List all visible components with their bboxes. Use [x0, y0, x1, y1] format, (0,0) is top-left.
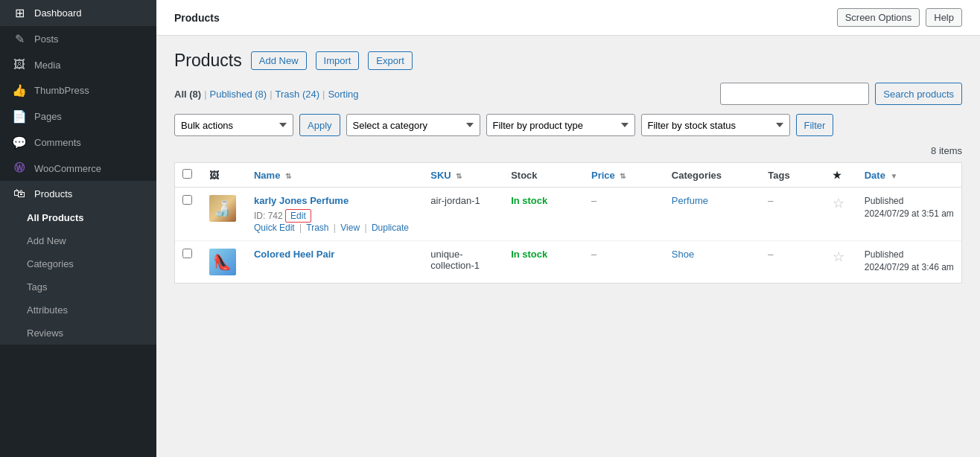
row2-date-value: 2024/07/29 at 3:46 am — [865, 261, 954, 274]
th-sku[interactable]: SKU ⇅ — [423, 163, 503, 188]
status-link-all[interactable]: All (8) — [174, 89, 201, 100]
row2-category: Shoe — [664, 241, 760, 284]
row1-featured: ☆ — [825, 188, 857, 241]
items-count: 8 items — [174, 145, 962, 156]
sidebar-submenu-label: Tags — [27, 281, 47, 293]
admin-header: Products Screen Options Help — [156, 0, 980, 36]
main-content: Products Screen Options Help Products Ad… — [156, 0, 980, 457]
sidebar-item-dashboard[interactable]: ⊞ Dashboard — [0, 0, 156, 26]
category-filter-select[interactable]: Select a category — [346, 114, 480, 136]
row1-price: – — [584, 188, 664, 241]
status-link-published[interactable]: Published (8) — [210, 89, 267, 100]
row2-date-status: Published — [865, 249, 954, 261]
sidebar-item-label: Dashboard — [34, 7, 82, 19]
row1-quick-edit-link[interactable]: Quick Edit — [254, 223, 295, 233]
dashboard-icon: ⊞ — [12, 6, 27, 20]
products-table: 🖼 Name ⇅ SKU ⇅ Stock — [175, 163, 961, 283]
row2-price: – — [584, 241, 664, 284]
row1-star-icon[interactable]: ☆ — [833, 196, 844, 211]
row2-date: Published 2024/07/29 at 3:46 am — [857, 241, 961, 284]
add-new-button[interactable]: Add New — [251, 51, 307, 70]
sidebar-item-attributes[interactable]: Attributes — [0, 298, 156, 322]
status-link-sorting[interactable]: Sorting — [328, 89, 358, 100]
row1-checkbox[interactable] — [182, 195, 192, 205]
row1-trash-link[interactable]: Trash — [306, 223, 328, 233]
th-price[interactable]: Price ⇅ — [584, 163, 664, 188]
sidebar: ⊞ Dashboard ✎ Posts 🖼 Media 👍 ThumbPress… — [0, 0, 156, 457]
table-row: 👠 Colored Heel Pair unique-collection-1 … — [175, 241, 961, 284]
sidebar-item-categories[interactable]: Categories — [0, 252, 156, 275]
comments-icon: 💬 — [12, 135, 27, 150]
row2-stock: In stock — [503, 241, 584, 284]
row2-category-link[interactable]: Shoe — [672, 249, 694, 260]
filter-left: Bulk actions Apply Select a category Fil… — [174, 114, 833, 136]
sidebar-item-all-products[interactable]: All Products — [0, 206, 156, 229]
sidebar-item-label: ThumbPress — [34, 85, 89, 96]
screen-options-button[interactable]: Screen Options — [837, 8, 920, 27]
content-area: Products Add New Import Export All (8) |… — [156, 36, 980, 298]
sidebar-item-label: Pages — [34, 111, 62, 122]
posts-icon: ✎ — [12, 32, 27, 46]
pages-icon: 📄 — [12, 109, 27, 124]
sidebar-submenu-products: All Products Add New Categories Tags Att… — [0, 206, 156, 345]
sidebar-submenu-label: All Products — [27, 212, 84, 223]
page-title-row: Products Add New Import Export — [174, 51, 962, 71]
th-date[interactable]: Date ▼ — [857, 163, 961, 188]
media-icon: 🖼 — [12, 58, 27, 71]
stock-status-filter-select[interactable]: Filter by stock status — [641, 114, 790, 136]
export-button[interactable]: Export — [368, 51, 413, 70]
row2-product-image: 👠 — [209, 249, 236, 275]
table-row: 🍶 karly Jones Perfume ID: 742 Edit Quick… — [175, 188, 961, 241]
image-column-icon: 🖼 — [209, 170, 219, 181]
import-button[interactable]: Import — [316, 51, 360, 70]
row2-checkbox[interactable] — [182, 249, 192, 258]
bulk-actions-select[interactable]: Bulk actions — [174, 114, 293, 136]
sidebar-item-posts[interactable]: ✎ Posts — [0, 26, 156, 52]
search-input[interactable] — [720, 83, 869, 105]
row1-check — [175, 188, 202, 241]
row1-view-link[interactable]: View — [340, 223, 360, 233]
row2-star-icon[interactable]: ☆ — [833, 249, 844, 264]
row1-thumb: 🍶 — [202, 188, 246, 241]
sidebar-item-label: WooCommerce — [34, 163, 101, 174]
row2-tags: – — [760, 241, 824, 284]
sidebar-item-thumbpress[interactable]: 👍 ThumbPress — [0, 77, 156, 103]
sidebar-item-reviews[interactable]: Reviews — [0, 322, 156, 345]
filter-row: Bulk actions Apply Select a category Fil… — [174, 114, 962, 136]
row1-product-image: 🍶 — [209, 195, 236, 222]
sidebar-item-woocommerce[interactable]: Ⓦ WooCommerce — [0, 156, 156, 181]
row1-duplicate-link[interactable]: Duplicate — [372, 223, 409, 233]
row2-check — [175, 241, 202, 284]
sidebar-item-media[interactable]: 🖼 Media — [0, 52, 156, 77]
apply-button[interactable]: Apply — [299, 114, 340, 136]
table-header-row: 🖼 Name ⇅ SKU ⇅ Stock — [175, 163, 961, 188]
filter-button[interactable]: Filter — [796, 114, 834, 136]
sidebar-item-comments[interactable]: 💬 Comments — [0, 130, 156, 156]
sidebar-item-label: Media — [34, 60, 60, 71]
row1-category-link[interactable]: Perfume — [672, 195, 708, 206]
sidebar-item-add-new[interactable]: Add New — [0, 229, 156, 252]
filter-bar-top: All (8) | Published (8) | Trash (24) | S… — [174, 83, 962, 105]
row1-date-status: Published — [865, 195, 954, 208]
sidebar-item-pages[interactable]: 📄 Pages — [0, 103, 156, 130]
product-type-filter-select[interactable]: Filter by product type — [486, 114, 635, 136]
row1-product-name-link[interactable]: karly Jones Perfume — [254, 195, 349, 206]
page-title: Products — [174, 51, 242, 71]
name-sort-icon: ⇅ — [285, 172, 291, 180]
row2-product-name-link[interactable]: Colored Heel Pair — [254, 249, 334, 260]
th-name[interactable]: Name ⇅ — [246, 163, 423, 188]
sidebar-item-tags[interactable]: Tags — [0, 275, 156, 298]
sidebar-item-products[interactable]: 🛍 Products — [0, 181, 156, 206]
sidebar-submenu-label: Attributes — [27, 304, 68, 316]
row1-sku: air-jordan-1 — [423, 188, 503, 241]
help-button[interactable]: Help — [926, 8, 962, 27]
sidebar-item-label: Comments — [34, 137, 81, 148]
row1-edit-button[interactable]: Edit — [285, 209, 311, 223]
thumbpress-icon: 👍 — [12, 83, 27, 98]
status-link-trash[interactable]: Trash (24) — [276, 89, 319, 100]
th-star: ★ — [825, 163, 857, 188]
select-all-checkbox[interactable] — [182, 169, 192, 179]
row1-stock: In stock — [503, 188, 584, 241]
search-products-button[interactable]: Search products — [875, 83, 962, 105]
admin-header-title: Products — [174, 12, 220, 24]
